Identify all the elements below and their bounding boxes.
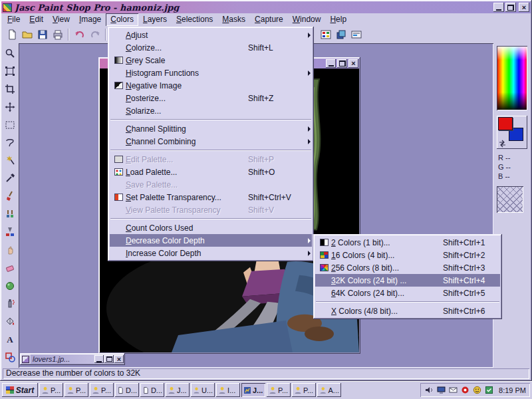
maximize-button[interactable] xyxy=(505,3,516,12)
menu-edit[interactable]: Edit xyxy=(25,13,48,26)
foreground-color-swatch[interactable] xyxy=(498,117,513,130)
print-button[interactable] xyxy=(50,27,65,42)
menu-item-32k-colors[interactable]: 32K Colors (24 bit) ...Shift+Ctrl+4 xyxy=(315,274,500,287)
menu-item-2-colors[interactable]: 2 Colors (1 bit)...Shift+Ctrl+1 xyxy=(315,236,500,249)
eraser-tool-button[interactable] xyxy=(3,261,17,275)
menu-item-increase-color-depth[interactable]: Increase Color Depth xyxy=(110,247,312,259)
menu-item-load-palette[interactable]: Load Palette...Shift+O xyxy=(110,166,312,178)
color-replacer-tool-button[interactable] xyxy=(3,225,17,239)
menu-colors[interactable]: Colors xyxy=(106,13,138,26)
menu-view[interactable]: View xyxy=(48,13,74,26)
airbrush-tool-button[interactable] xyxy=(3,296,17,311)
tool-options-toggle-button[interactable] xyxy=(348,27,364,42)
mail-icon[interactable] xyxy=(448,385,458,395)
task-button[interactable]: P... xyxy=(65,383,88,397)
task-button[interactable]: P... xyxy=(39,383,63,397)
crop-tool-button[interactable] xyxy=(3,82,17,96)
task-button[interactable]: P... xyxy=(292,383,316,397)
menu-item-set-palette-transparency[interactable]: Set Palette Transparency...Shift+Ctrl+V xyxy=(110,191,312,203)
task-button[interactable]: A... xyxy=(317,383,341,397)
undo-button[interactable] xyxy=(72,27,87,42)
menu-item-save-palette[interactable]: Save Palette... xyxy=(110,178,312,191)
menu-selections[interactable]: Selections xyxy=(172,13,217,26)
menu-item-solarize[interactable]: Solarize... xyxy=(110,104,312,117)
min-window-minimize-button[interactable] xyxy=(94,355,104,363)
task-button[interactable]: P... xyxy=(267,383,291,397)
mover-tool-button[interactable] xyxy=(3,100,17,114)
menu-item-channel-splitting[interactable]: Channel Splitting xyxy=(110,122,312,135)
start-button[interactable]: Start xyxy=(2,383,38,397)
smiley-icon[interactable] xyxy=(472,385,482,395)
menu-window[interactable]: Window xyxy=(288,13,326,26)
menu-item-x-colors[interactable]: X Colors (4/8 bit)...Shift+Ctrl+6 xyxy=(315,305,500,317)
minimize-button[interactable] xyxy=(493,3,504,12)
task-button[interactable]: P... xyxy=(90,383,114,397)
color-spectrum-picker[interactable] xyxy=(497,46,527,110)
minimized-image-window[interactable]: lovers1.jp... × xyxy=(20,353,125,365)
task-button[interactable]: U... xyxy=(191,383,215,397)
redo-button[interactable] xyxy=(87,27,102,42)
menu-item-edit-palette[interactable]: Edit Palette...Shift+P xyxy=(110,153,312,166)
task-button[interactable]: D... xyxy=(140,383,164,397)
menu-item-histogram-functions[interactable]: Histogram Functions xyxy=(110,66,312,79)
menu-capture[interactable]: Capture xyxy=(250,13,288,26)
display-settings-icon[interactable] xyxy=(436,385,446,395)
zoom-tool-button[interactable] xyxy=(3,46,17,61)
menu-item-decrease-color-depth[interactable]: Decrease Color Depth xyxy=(110,234,312,247)
menu-masks[interactable]: Masks xyxy=(217,13,250,26)
task-button-active[interactable]: J... xyxy=(241,383,265,397)
image-restore-button[interactable] xyxy=(337,59,347,68)
menu-help[interactable]: Help xyxy=(325,13,351,26)
open-button[interactable] xyxy=(19,27,35,42)
menu-item-negative-image[interactable]: Negative Image xyxy=(110,79,312,92)
flood-fill-tool-button[interactable] xyxy=(3,314,17,329)
menu-item-256-colors[interactable]: 256 Colors (8 bit)...Shift+Ctrl+3 xyxy=(315,261,500,274)
freehand-tool-button[interactable] xyxy=(3,135,17,150)
save-button[interactable] xyxy=(35,27,50,42)
title-bar[interactable]: Jasc Paint Shop Pro - hamoniz.jpg × xyxy=(1,1,531,13)
magic-wand-tool-button[interactable] xyxy=(3,153,17,168)
dropper-tool-button[interactable] xyxy=(3,171,17,186)
menu-item-adjust[interactable]: Adjust xyxy=(110,29,312,41)
task-button[interactable]: D... xyxy=(115,383,139,397)
image-minimize-button[interactable] xyxy=(326,59,336,68)
min-window-maximize-button[interactable] xyxy=(104,355,114,363)
deformation-tool-button[interactable] xyxy=(3,64,17,78)
color-palette-toggle-button[interactable] xyxy=(318,27,333,42)
shapes-tool-button[interactable] xyxy=(3,350,17,364)
picture-tube-tool-button[interactable] xyxy=(3,279,17,293)
swap-colors-icon[interactable] xyxy=(498,140,507,148)
min-window-close-button[interactable]: × xyxy=(114,355,124,363)
paint-brush-tool-button[interactable] xyxy=(3,189,17,203)
clone-brush-tool-button[interactable] xyxy=(3,207,17,221)
menu-item-colorize[interactable]: Colorize...Shift+L xyxy=(110,41,312,54)
image-close-button[interactable]: × xyxy=(348,59,358,68)
blue-value: B -- xyxy=(498,172,527,181)
text-tool-button[interactable]: A xyxy=(3,332,17,346)
maximize-icon xyxy=(106,356,112,362)
messenger-icon[interactable] xyxy=(460,385,470,395)
menu-file[interactable]: File xyxy=(3,13,25,26)
swatch-box xyxy=(497,116,527,149)
selection-tool-button[interactable] xyxy=(3,118,17,132)
menu-image[interactable]: Image xyxy=(74,13,106,26)
style-pattern-box[interactable] xyxy=(497,186,523,213)
retouch-tool-button[interactable] xyxy=(3,243,17,257)
close-button[interactable]: × xyxy=(519,3,529,12)
task-button[interactable]: J... xyxy=(166,383,190,397)
menu-layers[interactable]: Layers xyxy=(138,13,172,26)
menu-item-posterize[interactable]: Posterize...Shift+Z xyxy=(110,92,312,104)
menu-item-view-palette-transparency[interactable]: View Palette TransparencyShift+V xyxy=(110,203,312,216)
task-button[interactable]: I... xyxy=(216,383,240,397)
new-file-icon xyxy=(7,29,17,40)
menu-item-count-colors-used[interactable]: Count Colors Used xyxy=(110,221,312,234)
menu-item-64k-colors[interactable]: 64K Colors (24 bit)...Shift+Ctrl+5 xyxy=(315,287,500,299)
scheduler-icon[interactable] xyxy=(484,385,494,395)
menu-item-16-colors[interactable]: 16 Colors (4 bit)...Shift+Ctrl+2 xyxy=(315,249,500,261)
menu-item-channel-combining[interactable]: Channel Combining xyxy=(110,135,312,148)
taskbar-clock[interactable]: 8:19 PM xyxy=(499,386,526,394)
layer-palette-toggle-button[interactable] xyxy=(333,27,348,42)
menu-item-grey-scale[interactable]: Grey Scale xyxy=(110,54,312,66)
new-button[interactable] xyxy=(4,27,19,42)
volume-icon[interactable] xyxy=(424,385,434,395)
